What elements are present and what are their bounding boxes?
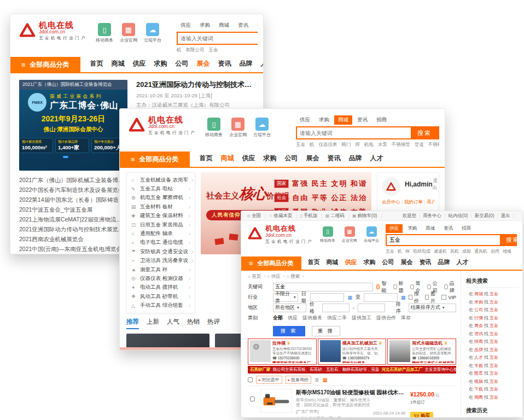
- related-target-link[interactable]: 视频: [474, 379, 483, 384]
- hot-keyword[interactable]: 成都: [462, 248, 471, 254]
- exhibition-link[interactable]: 2021西南农业机械展览会: [19, 236, 84, 242]
- user-link[interactable]: 会员中心: [382, 199, 404, 205]
- category-item[interactable]: ⌂ 五金机械设备 农用车: [127, 176, 195, 184]
- utility-link[interactable]: 站内信(0): [449, 213, 475, 219]
- calendar-icon[interactable]: ▦: [347, 295, 352, 300]
- hot-keyword[interactable]: 机: [310, 142, 315, 148]
- hot-keyword[interactable]: 有限公司: [186, 47, 205, 54]
- category-item[interactable]: ◫ 日用五金 家居用品: [127, 220, 195, 229]
- nav-item[interactable]: 公司: [285, 154, 298, 163]
- all-categories-button[interactable]: ≡ 全部商品分类: [120, 151, 190, 167]
- category-item[interactable]: ✚ 建筑五金 保温材料: [127, 212, 195, 220]
- category-item[interactable]: ☂ 安防锁具 交通安全设: [127, 247, 195, 256]
- breadcrumb-link[interactable]: 首页: [248, 273, 265, 280]
- type-option[interactable]: 库存: [401, 314, 411, 322]
- nav-item[interactable]: 资讯: [420, 258, 432, 266]
- search-button[interactable]: 搜索: [411, 127, 438, 138]
- nav-item[interactable]: 品牌: [438, 258, 450, 266]
- hot-keyword[interactable]: 不锈钢管: [392, 142, 410, 148]
- hot-keyword[interactable]: 减速机: [434, 248, 447, 254]
- buy-button[interactable]: 购买: [410, 412, 433, 418]
- exhibition-link[interactable]: 2022中国长春汽车制造技术及设备展览会: [19, 186, 124, 193]
- brand-logo[interactable]: 机电在线 Jdol.com.cn 五金机电行业门户: [129, 115, 196, 136]
- nav-item[interactable]: 供应: [345, 258, 357, 266]
- related-target-link[interactable]: 专题: [474, 363, 483, 368]
- all-categories-button[interactable]: ≡ 全部商品分类: [241, 256, 301, 270]
- nav-item[interactable]: 求购: [364, 258, 376, 266]
- service-shortcut[interactable]: ☁ 云端平台: [253, 118, 271, 138]
- utility-link[interactable]: 商务中心: [423, 213, 448, 219]
- logout-link[interactable]: 退出: [433, 177, 438, 191]
- hot-keyword[interactable]: 水泵: [378, 142, 387, 148]
- category-item[interactable]: ❖ 风动工具 砂带机: [127, 292, 195, 301]
- row-checkbox[interactable]: [250, 396, 255, 401]
- related-target-link[interactable]: 资讯: [474, 331, 483, 336]
- exhibition-link[interactable]: 2022第14届中国东北（长春）国际铸造、压铸工业展览会: [19, 196, 127, 203]
- hot-keyword[interactable]: 机: [177, 47, 182, 54]
- utility-link[interactable]: 全国: [252, 213, 261, 219]
- product-thumbnail[interactable]: [260, 389, 292, 413]
- related-target-link[interactable]: 人才: [474, 355, 483, 360]
- utility-link[interactable]: 新交易(0): [475, 213, 501, 219]
- related-keyword-link[interactable]: 五金: [490, 395, 498, 400]
- exhibition-link[interactable]: 2021上海物流展CeMAT|22届亚洲物流技术与运输系统展: [19, 216, 127, 223]
- ad-card[interactable]: 模具加工机械加工 设计制作模具工装夹具、特殊零件等车、铣、钻、平磨圆磨、攻丝机 …: [318, 339, 387, 365]
- nav-item[interactable]: 资讯: [328, 154, 341, 163]
- sort-select[interactable]: 结果排序方式: [409, 304, 456, 312]
- related-target-link[interactable]: 图库: [474, 371, 483, 376]
- brand-logo[interactable]: 机电在线 Jdol.com.cn 五金机电行业门户: [248, 224, 313, 244]
- service-shortcut[interactable]: ▯ 移动商务: [205, 118, 223, 138]
- nav-item[interactable]: 供应: [242, 154, 255, 163]
- breadcrumb-link[interactable]: 搜索: [287, 273, 304, 280]
- flag-option[interactable]: 报价: [409, 290, 420, 305]
- related-target-link[interactable]: 下载: [474, 387, 483, 392]
- industry-select[interactable]: 不限分类: [273, 293, 298, 302]
- search-input[interactable]: [387, 235, 500, 245]
- category-item[interactable]: ⌁ 电子电工 通信电缆: [127, 238, 195, 247]
- hot-keyword[interactable]: 风机: [450, 248, 459, 254]
- utility-link[interactable]: 收藏本页: [273, 213, 292, 219]
- chat-icon[interactable]: [399, 417, 403, 418]
- product-tab[interactable]: 上新: [147, 318, 159, 329]
- nav-item[interactable]: 商城: [221, 154, 234, 163]
- hot-keyword[interactable]: 维修: [503, 248, 511, 254]
- related-keyword-link[interactable]: 五金: [490, 316, 498, 320]
- user-link[interactable]: 商户后台: [427, 199, 434, 205]
- related-keyword-link[interactable]: 五金: [490, 371, 498, 376]
- nav-item[interactable]: 首页: [308, 258, 320, 266]
- related-keyword-link[interactable]: 五金: [490, 331, 498, 336]
- product-tab[interactable]: 热评: [207, 318, 220, 329]
- type-option[interactable]: 全部: [273, 314, 283, 322]
- hot-keyword[interactable]: 机: [398, 248, 402, 254]
- nav-item[interactable]: 品牌: [349, 154, 362, 163]
- related-keyword-link[interactable]: 五金: [490, 300, 498, 305]
- exhibition-banner[interactable]: 2021广东（佛山）国际机械工业装备博览会 FMEX 振威工业展会系列 广东工博…: [19, 80, 127, 171]
- exhibition-link[interactable]: 2021广东（佛山）国际机械工业装备博览会: [19, 177, 127, 183]
- search-type-tab[interactable]: 求购: [404, 224, 421, 233]
- detail-title-link[interactable]: 2021亚洲国际动力传动与控制技术展览会·PTC ASIA: [136, 80, 257, 90]
- product-tab[interactable]: 热销: [187, 318, 200, 329]
- search-input[interactable]: [178, 33, 258, 44]
- all-categories-button[interactable]: ≡ 全部商品分类: [10, 57, 80, 72]
- ad-strip[interactable]: 石英砂厂家 我公司主营石英粉、石英砂、五彩石、鹅卵石英砂等，完善 河北石英砂产品…: [248, 366, 456, 374]
- category-item[interactable]: ✦ 电动工具 搅拌机: [127, 283, 195, 292]
- hot-keyword[interactable]: 五金: [209, 47, 218, 54]
- related-target-link[interactable]: 展会: [474, 323, 483, 328]
- carousel-dot[interactable]: [78, 156, 84, 158]
- calendar-icon[interactable]: ▦: [401, 295, 406, 300]
- hot-keyword[interactable]: 阀门: [342, 142, 351, 148]
- nav-item[interactable]: 品牌: [240, 59, 253, 68]
- category-item[interactable]: △ 手动工具 综合组套: [127, 301, 195, 310]
- search-type-tab[interactable]: 资讯: [440, 224, 457, 233]
- nav-item[interactable]: 人才: [370, 154, 383, 163]
- select-all-checkbox[interactable]: [248, 377, 253, 382]
- related-target-link[interactable]: 求购: [474, 300, 483, 305]
- nav-item[interactable]: 求购: [264, 154, 277, 163]
- region-select[interactable]: 所在地区: [273, 304, 306, 312]
- service-shortcut[interactable]: ▦ 企业官网: [120, 23, 137, 43]
- nav-item[interactable]: 展会: [197, 59, 210, 68]
- category-item[interactable]: ◔ 卫浴洁具 洗浴桑拿设: [127, 256, 195, 265]
- hot-keyword[interactable]: 机电: [364, 142, 374, 148]
- service-shortcut[interactable]: ▦ 企业官网: [342, 226, 357, 243]
- date-to-field[interactable]: [364, 293, 398, 302]
